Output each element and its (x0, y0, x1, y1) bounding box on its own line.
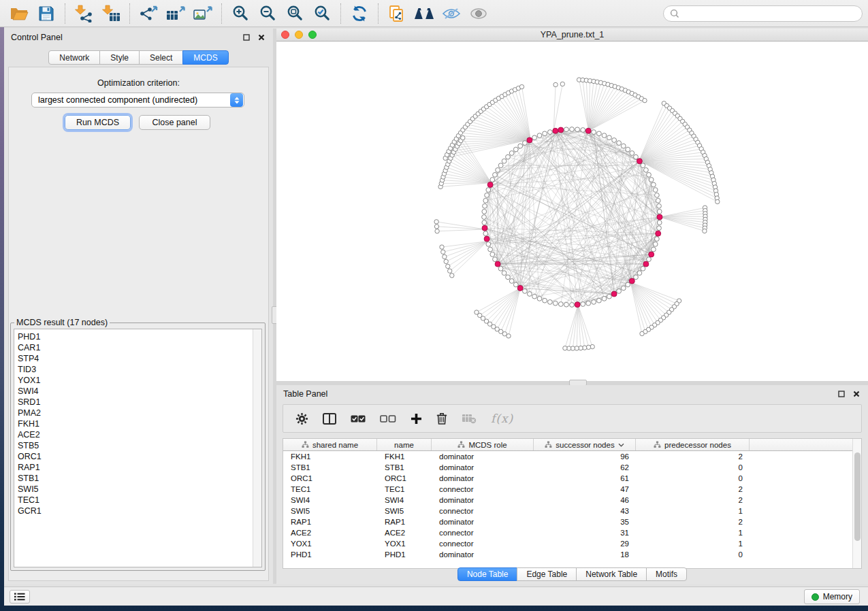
network-node[interactable] (653, 188, 658, 193)
mcds-result-item[interactable]: SRD1 (18, 397, 261, 408)
network-node[interactable] (621, 144, 626, 148)
scrollbar-thumb[interactable] (854, 452, 861, 541)
network-node[interactable] (558, 302, 563, 307)
table-row[interactable]: SWI4SWI4dominator462 (283, 495, 861, 506)
import-network-button[interactable] (70, 2, 97, 25)
network-node[interactable] (592, 130, 596, 135)
network-leaf-node[interactable] (434, 225, 438, 229)
network-node[interactable] (506, 154, 511, 159)
mcds-result-item[interactable]: FKH1 (18, 418, 261, 429)
network-node[interactable] (532, 135, 537, 140)
save-session-button[interactable] (33, 2, 60, 25)
network-node[interactable] (612, 138, 617, 143)
delete-column-button[interactable] (436, 408, 447, 429)
network-node[interactable] (641, 266, 645, 271)
table-row[interactable]: FKH1FKH1dominator962 (283, 451, 861, 462)
network-hub-node[interactable] (487, 182, 493, 188)
network-node[interactable] (502, 271, 507, 276)
network-hub-node[interactable] (657, 214, 662, 220)
network-node[interactable] (498, 163, 503, 168)
network-node[interactable] (626, 147, 630, 152)
float-panel-button[interactable] (242, 33, 251, 42)
network-node[interactable] (641, 163, 645, 168)
export-table-button[interactable] (162, 2, 189, 25)
table-options-button[interactable] (295, 408, 308, 429)
network-leaf-node[interactable] (563, 346, 567, 350)
close-panel-button[interactable]: Close panel (139, 115, 210, 130)
zoom-in-button[interactable] (227, 2, 254, 25)
network-node[interactable] (657, 220, 662, 225)
refresh-layout-button[interactable] (346, 2, 373, 25)
network-node[interactable] (523, 141, 528, 146)
network-node[interactable] (496, 168, 500, 173)
network-node[interactable] (486, 242, 491, 247)
network-node[interactable] (602, 133, 607, 138)
network-node[interactable] (488, 247, 493, 252)
table-row[interactable]: YOX1YOX1connector291 (283, 538, 861, 549)
delete-table-button[interactable] (462, 408, 477, 429)
network-node[interactable] (570, 303, 575, 308)
network-leaf-node[interactable] (519, 84, 524, 88)
tab-node-table[interactable]: Node Table (457, 567, 518, 581)
network-node[interactable] (634, 154, 639, 159)
network-node[interactable] (649, 178, 654, 182)
network-hub-node[interactable] (611, 291, 617, 297)
network-leaf-node[interactable] (450, 274, 454, 278)
network-node[interactable] (483, 231, 488, 236)
network-canvas[interactable] (276, 42, 868, 381)
network-node[interactable] (655, 193, 660, 198)
tab-network-table[interactable]: Network Table (576, 567, 647, 581)
mcds-result-item[interactable]: STB1 (18, 473, 261, 484)
hide-selected-button[interactable] (438, 2, 465, 25)
search-box[interactable] (663, 5, 863, 22)
column-header-predecessor-nodes[interactable]: predecessor nodes (636, 439, 750, 450)
network-node[interactable] (575, 127, 580, 132)
network-node[interactable] (482, 215, 487, 220)
network-leaf-node[interactable] (560, 82, 564, 86)
network-node[interactable] (548, 130, 553, 135)
network-node[interactable] (509, 279, 514, 284)
network-node[interactable] (490, 252, 495, 257)
mcds-result-item[interactable]: YOX1 (18, 375, 261, 386)
new-network-from-selection-button[interactable] (383, 2, 411, 25)
network-graph[interactable] (276, 42, 868, 381)
network-node[interactable] (498, 266, 503, 271)
network-node[interactable] (513, 147, 518, 152)
table-scrollbar[interactable] (852, 439, 861, 568)
network-leaf-node[interactable] (643, 99, 647, 103)
mcds-result-item[interactable]: SWI5 (18, 484, 261, 495)
first-neighbors-button[interactable] (411, 2, 438, 25)
network-node[interactable] (607, 135, 612, 140)
network-node[interactable] (656, 198, 660, 203)
network-node[interactable] (652, 182, 656, 187)
network-node[interactable] (657, 210, 662, 214)
column-header-shared-name[interactable]: shared name (283, 439, 377, 450)
mcds-result-list[interactable]: PHD1CAR1STP4TID3YOX1SWI4SRD1PMA2FKH1ACE2… (14, 329, 262, 567)
mcds-result-item[interactable]: STB5 (18, 440, 261, 451)
function-builder-button[interactable]: f(x) (491, 408, 513, 429)
float-panel-button[interactable] (837, 389, 846, 399)
search-input[interactable] (684, 9, 856, 18)
close-panel-x-button[interactable] (257, 33, 266, 42)
network-node[interactable] (657, 226, 662, 231)
mcds-result-item[interactable]: ORC1 (18, 451, 261, 462)
network-hub-node[interactable] (553, 128, 558, 133)
export-image-button[interactable] (189, 2, 216, 25)
network-node[interactable] (490, 178, 495, 182)
network-hub-node[interactable] (558, 127, 564, 133)
network-node[interactable] (493, 173, 498, 178)
network-node[interactable] (506, 275, 511, 280)
network-node[interactable] (483, 198, 488, 203)
network-node[interactable] (607, 294, 612, 299)
mcds-result-item[interactable]: GCR1 (18, 506, 261, 516)
column-header-successor-nodes[interactable]: successor nodes (534, 439, 636, 450)
network-node[interactable] (502, 159, 507, 163)
network-hub-node[interactable] (517, 285, 523, 291)
network-leaf-node[interactable] (475, 310, 479, 314)
network-hub-node[interactable] (484, 236, 489, 242)
mcds-result-item[interactable]: ACE2 (18, 429, 261, 440)
network-node[interactable] (486, 188, 491, 193)
network-node[interactable] (617, 141, 622, 146)
network-node[interactable] (626, 282, 630, 287)
network-node[interactable] (652, 247, 656, 252)
